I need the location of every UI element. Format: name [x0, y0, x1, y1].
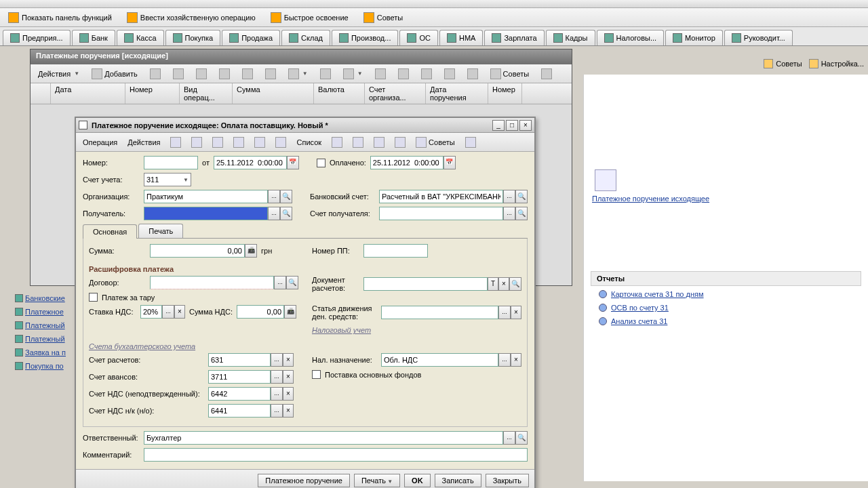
- calendar-icon[interactable]: 📅: [287, 156, 299, 169]
- col-number2[interactable]: Номер: [488, 83, 522, 104]
- print-button[interactable]: Печать: [354, 474, 400, 487]
- dlg-tool-4[interactable]: [229, 135, 248, 150]
- open-button[interactable]: 🔍: [286, 276, 298, 289]
- acc-adv-input[interactable]: [208, 370, 271, 384]
- select-button[interactable]: ...: [271, 404, 283, 418]
- left-nav-item[interactable]: Платежный: [14, 319, 81, 332]
- tab-monitor[interactable]: Монитор: [665, 30, 723, 45]
- dlg-tool-3[interactable]: [208, 135, 227, 150]
- payment-order-button[interactable]: Платежное поручение: [258, 474, 350, 487]
- tab-print[interactable]: Печать: [138, 224, 183, 238]
- col-currency[interactable]: Валюта: [314, 83, 365, 104]
- select-button[interactable]: ...: [503, 431, 515, 445]
- vat-sum-input[interactable]: [237, 305, 284, 319]
- list-tool-9[interactable]: [338, 66, 368, 81]
- select-button[interactable]: ...: [162, 305, 174, 319]
- list-tool-7[interactable]: [283, 66, 313, 81]
- responsible-input[interactable]: [144, 431, 503, 445]
- doc-calc-input[interactable]: [363, 277, 488, 291]
- dlg-tool-1[interactable]: [166, 135, 185, 150]
- cash-flow-input[interactable]: [381, 306, 498, 319]
- select-button[interactable]: ...: [498, 306, 511, 319]
- list-tool-3[interactable]: [191, 66, 212, 81]
- tips-button[interactable]: Советы: [359, 11, 407, 24]
- tab-os[interactable]: ОС: [399, 30, 438, 45]
- panel-settings-button[interactable]: Настройка...: [809, 59, 864, 68]
- dlg-tool-7[interactable]: [328, 135, 347, 150]
- dlg-tool-8[interactable]: [349, 135, 368, 150]
- calculator-icon[interactable]: 📠: [245, 244, 257, 258]
- date-input[interactable]: [214, 156, 287, 169]
- tab-warehouse[interactable]: Склад: [281, 30, 330, 45]
- clear-button[interactable]: ×: [511, 353, 521, 367]
- report-link[interactable]: ОСВ по счету 31: [591, 300, 861, 313]
- number-input[interactable]: [144, 156, 198, 169]
- tab-cash[interactable]: Касса: [117, 30, 164, 45]
- ok-button[interactable]: OK: [404, 474, 431, 487]
- acc-vat-unconf-input[interactable]: [208, 387, 271, 401]
- recipient-input[interactable]: [144, 207, 268, 220]
- dlg-tool-6[interactable]: [271, 135, 290, 150]
- acc-calc-input[interactable]: [208, 353, 271, 367]
- clear-button[interactable]: ×: [283, 353, 294, 367]
- dlg-tool-5[interactable]: [250, 135, 269, 150]
- fixed-assets-checkbox[interactable]: [312, 370, 321, 379]
- list-tool-2[interactable]: [168, 66, 189, 81]
- tab-production[interactable]: Производ...: [332, 30, 399, 45]
- list-tool-12[interactable]: [416, 66, 437, 81]
- left-nav-item[interactable]: Платежное: [14, 305, 81, 319]
- tab-manager[interactable]: Руководит...: [724, 30, 793, 45]
- comment-input[interactable]: [144, 448, 528, 462]
- tab-enterprise[interactable]: Предприя...: [3, 30, 71, 45]
- dlg-help-button[interactable]: [461, 135, 480, 150]
- org-input[interactable]: [144, 190, 268, 203]
- left-nav-item[interactable]: Покупка по: [14, 359, 81, 373]
- contract-input[interactable]: [150, 276, 274, 289]
- col-number[interactable]: Номер: [125, 83, 180, 104]
- select-button[interactable]: ...: [503, 207, 515, 220]
- close-button[interactable]: Закрыть: [486, 474, 529, 487]
- col-orgacc[interactable]: Счет организа...: [365, 83, 426, 104]
- paid-date-input[interactable]: [370, 156, 443, 169]
- clear-button[interactable]: ×: [498, 277, 509, 291]
- tab-salary[interactable]: Зарплата: [484, 30, 544, 45]
- tab-hr[interactable]: Кадры: [546, 30, 595, 45]
- posted-checkbox[interactable]: [79, 121, 87, 129]
- list-help-button[interactable]: [536, 66, 557, 81]
- actions-menu[interactable]: Действия: [123, 136, 164, 148]
- list-add-button[interactable]: Добавить: [87, 66, 142, 81]
- calendar-icon[interactable]: 📅: [443, 156, 456, 169]
- tab-main[interactable]: Основная: [83, 224, 137, 239]
- list-actions-menu[interactable]: Действия: [33, 68, 84, 80]
- clear-button[interactable]: ×: [283, 387, 294, 401]
- col-orderdate[interactable]: Дата поручения: [426, 83, 488, 104]
- close-button[interactable]: ×: [519, 120, 532, 131]
- select-button[interactable]: ...: [503, 190, 515, 203]
- minimize-button[interactable]: _: [492, 120, 505, 131]
- tab-purchase[interactable]: Покупка: [165, 30, 221, 45]
- list-tool-1[interactable]: [145, 66, 165, 81]
- paid-checkbox[interactable]: [317, 159, 326, 167]
- list-tool-6[interactable]: [260, 66, 281, 81]
- col-mark[interactable]: [31, 83, 51, 104]
- tab-sale[interactable]: Продажа: [222, 30, 280, 45]
- list-tool-8[interactable]: [315, 66, 336, 81]
- clear-button[interactable]: ×: [174, 305, 185, 319]
- open-button[interactable]: 🔍: [280, 190, 292, 203]
- open-button[interactable]: 🔍: [515, 207, 528, 220]
- select-button[interactable]: ...: [498, 353, 511, 367]
- col-date[interactable]: Дата: [51, 83, 125, 104]
- clear-button[interactable]: ×: [283, 404, 294, 418]
- account-combo[interactable]: 311: [144, 173, 191, 186]
- list-tool-14[interactable]: [462, 66, 483, 81]
- sum-input[interactable]: [150, 244, 245, 258]
- select-button[interactable]: ...: [271, 387, 283, 401]
- list-tool-13[interactable]: [439, 66, 460, 81]
- dlg-tool-9[interactable]: [370, 135, 389, 150]
- tab-tax[interactable]: Налоговы...: [597, 30, 665, 45]
- operation-menu[interactable]: Операция: [79, 136, 121, 148]
- left-nav-item[interactable]: Платежный: [14, 332, 81, 346]
- dlg-tool-2[interactable]: [187, 135, 206, 150]
- vat-rate-input[interactable]: [140, 305, 162, 319]
- open-button[interactable]: 🔍: [509, 277, 521, 291]
